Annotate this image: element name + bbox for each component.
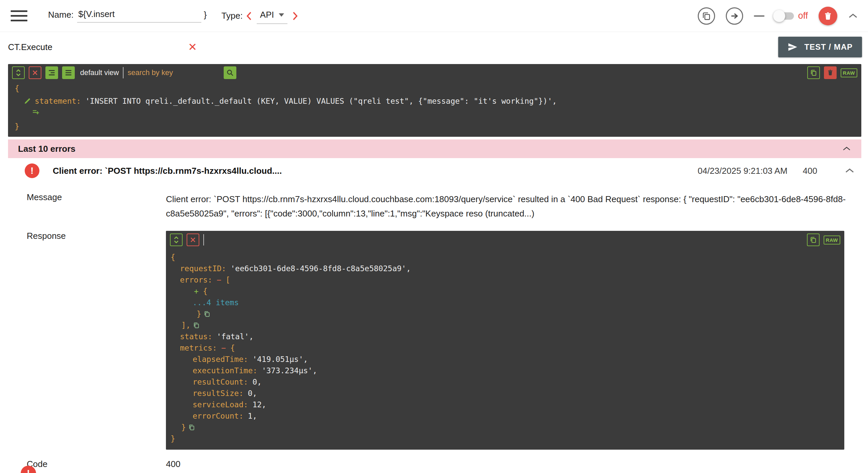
open-brace: { (15, 84, 19, 93)
topbar: Name: } Type: API (0, 0, 868, 32)
response-toolbar: RAW (166, 231, 844, 249)
tab-close-icon[interactable]: ✕ (188, 42, 197, 53)
copy-node-icon[interactable] (193, 322, 200, 329)
banner-title: Last 10 errors (18, 144, 75, 154)
collapse-error-icon[interactable] (845, 168, 855, 174)
raw-toggle[interactable]: RAW (824, 236, 841, 244)
json-value: 12, (252, 400, 267, 409)
statement-value[interactable]: 'INSERT INTO qreli._default._default (KE… (85, 97, 557, 105)
expand-toggle-icon[interactable]: + (194, 287, 199, 296)
error-status-code: 400 (803, 166, 817, 176)
copy-json-button[interactable] (807, 66, 820, 79)
object-close: } (181, 423, 186, 432)
editor-toolbar: default view RAW (8, 64, 861, 81)
error-detail: Message Client error: `POST https://cb.r… (0, 183, 868, 469)
clear-button[interactable] (29, 66, 41, 79)
move-button[interactable] (726, 7, 743, 25)
name-input[interactable] (77, 9, 201, 23)
expand-collapse-button[interactable] (170, 234, 183, 246)
response-row: Response (27, 231, 868, 450)
delete-button[interactable] (818, 7, 837, 25)
json-value: 'fatal', (217, 332, 254, 341)
search-button[interactable] (224, 66, 236, 79)
edit-pencil-icon[interactable] (23, 97, 31, 105)
list-view-button[interactable] (62, 66, 75, 79)
copy-node-icon[interactable] (188, 424, 196, 431)
chevron-down-icon (279, 13, 284, 17)
app-root: Name: } Type: API (0, 0, 868, 469)
type-prev-icon[interactable] (245, 11, 253, 21)
json-key: resultCount: (193, 378, 248, 386)
expand-collapse-button[interactable] (12, 66, 25, 79)
add-row-icon[interactable] (31, 108, 40, 116)
error-title: Client error: `POST https://cb.rnm7s-hzx… (53, 166, 282, 176)
delete-json-button[interactable] (824, 66, 837, 79)
test-map-button[interactable]: TEST / MAP (778, 37, 862, 57)
type-field-group: Type: API (221, 8, 299, 24)
code-label: Code (27, 459, 166, 469)
view-mode-label[interactable]: default view (80, 68, 119, 77)
toggle-knob (773, 10, 785, 22)
open-brace: { (170, 253, 175, 262)
tab-label: CT.Execute (8, 42, 53, 53)
menu-icon[interactable] (11, 10, 27, 21)
json-key: status: (180, 332, 212, 341)
collapse-toggle-icon[interactable]: − (221, 344, 226, 352)
search-input[interactable] (127, 68, 220, 77)
error-timestamp: 04/23/2025 9:21:03 AM (698, 166, 787, 176)
close-brace: } (170, 434, 175, 443)
collapsed-items-summary[interactable]: ...4 items (193, 298, 239, 307)
send-icon (787, 42, 798, 52)
duplicate-button[interactable] (698, 7, 715, 25)
item-close: } (197, 309, 201, 318)
copy-response-button[interactable] (807, 234, 819, 246)
message-row: Message Client error: `POST https://cb.r… (27, 192, 868, 221)
response-json: { requestID:'ee6cb301-6de8-4596-8fd8-c8a… (166, 249, 844, 450)
type-next-icon[interactable] (291, 11, 299, 21)
tab-row: CT.Execute ✕ TEST / MAP (0, 32, 868, 62)
response-toolbar-right: RAW (807, 234, 841, 246)
json-value: 'ee6cb301-6de8-4596-8fd8-c8a5e58025a9', (230, 264, 411, 273)
enable-toggle[interactable]: off (775, 11, 808, 21)
json-key: requestID: (180, 264, 226, 273)
clear-button[interactable] (187, 234, 199, 246)
statement-editor-panel: default view RAW (8, 64, 861, 137)
type-select[interactable]: API (257, 8, 287, 24)
minimize-icon[interactable] (754, 15, 765, 17)
object-open: { (230, 344, 235, 352)
message-text: Client error: `POST https://cb.rnm7s-hzx… (166, 192, 847, 221)
json-value: 1, (248, 412, 257, 420)
tree-view-button[interactable] (45, 66, 58, 79)
copy-icon (809, 236, 817, 244)
raw-toggle[interactable]: RAW (841, 68, 858, 77)
close-x-icon (189, 236, 197, 244)
tab-ct-execute[interactable]: CT.Execute ✕ (8, 42, 197, 53)
collapse-toggle-icon[interactable]: − (217, 275, 221, 284)
expand-vertical-icon (172, 236, 181, 244)
close-brace: } (15, 122, 19, 131)
copy-icon (702, 11, 711, 21)
message-label: Message (27, 192, 166, 221)
array-open: [ (226, 275, 230, 284)
toggle-track (775, 12, 794, 20)
statement-key: statement: (35, 97, 81, 105)
collapse-errors-icon[interactable] (842, 146, 851, 151)
json-key: metrics: (180, 344, 217, 352)
toolbar-separator (123, 67, 124, 78)
json-value: '419.051µs', (252, 355, 308, 364)
copy-icon (810, 69, 817, 77)
last-errors-banner[interactable]: Last 10 errors (8, 139, 861, 158)
copy-node-icon[interactable] (203, 310, 211, 318)
tree-view-icon (48, 68, 56, 77)
item-open: { (203, 287, 208, 296)
error-item-header[interactable]: ! Client error: `POST https://cb.rnm7s-h… (0, 158, 868, 183)
json-value: '373.234µs', (262, 366, 317, 375)
json-key: errorCount: (193, 412, 243, 420)
json-value: 0, (252, 378, 262, 386)
trash-icon (826, 69, 834, 77)
name-label: Name: (48, 10, 74, 23)
collapse-panel-icon[interactable] (848, 13, 858, 19)
list-view-icon (64, 68, 73, 77)
name-suffix: } (204, 10, 207, 23)
json-key: executionTime: (193, 366, 257, 375)
